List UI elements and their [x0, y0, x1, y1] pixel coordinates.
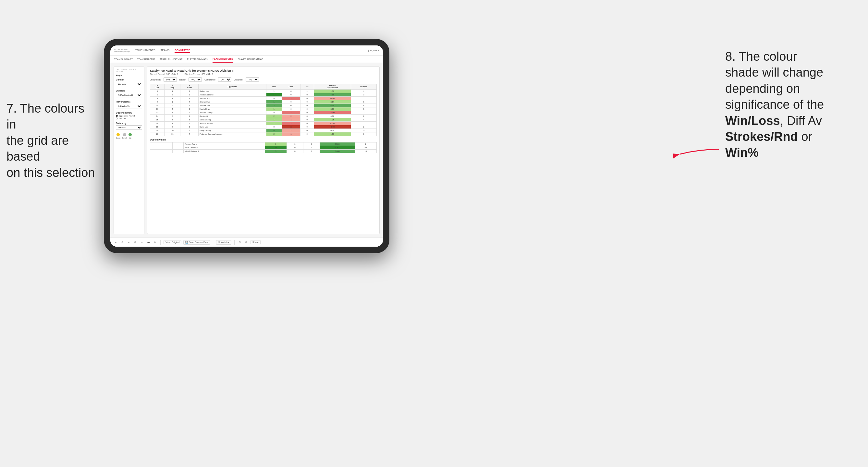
- sidebar-player-rank-label: Player (Rank): [116, 101, 142, 103]
- th-conf: #Conf: [180, 84, 198, 90]
- toolbar-view-original[interactable]: View: Original: [163, 240, 181, 244]
- legend-down: Down: [116, 133, 120, 139]
- bottom-toolbar: ↩ ↺ ↩ ⊞ ✂ ••• ⟳ View: Original 💾 Save Cu…: [110, 238, 383, 247]
- sub-nav-player-h2h-heatmap[interactable]: PLAYER H2H HEATMAP: [238, 56, 263, 63]
- radio-opponents-played[interactable]: Opponents Played: [116, 115, 142, 117]
- colour-by-select[interactable]: Win/loss: [116, 125, 142, 130]
- sub-nav-player-h2h-grid[interactable]: PLAYER H2H GRID: [213, 56, 233, 63]
- toolbar-icon2[interactable]: ⊞: [244, 241, 249, 244]
- out-of-division-row: NCAA Division 2 5 0 0 7.400 10: [150, 150, 377, 153]
- radio-dot-selected: [116, 115, 118, 117]
- sub-nav-player-summary[interactable]: PLAYER SUMMARY: [187, 56, 208, 63]
- th-reg: #Reg: [164, 84, 180, 90]
- table-row: 16 3 1 Jessica Mason 1 2 0 -0.94: [150, 122, 377, 125]
- tablet-screen: SCOREBOARD Powered by clippd TOURNAMENTS…: [110, 45, 383, 247]
- colour-by-label: Colour by: [116, 122, 142, 124]
- toolbar-grid[interactable]: ⊞: [133, 241, 137, 244]
- toolbar-watch[interactable]: 👁 Watch ▾: [216, 240, 231, 245]
- table-row: 14 7 4 Eunice Yi 2 2 0 0.38 9: [150, 115, 377, 118]
- filter-opponent: (All): [246, 77, 259, 82]
- nav-right: | Sign out: [368, 49, 379, 52]
- toolbar-cut[interactable]: ✂: [140, 241, 144, 244]
- filter-region: (All): [188, 77, 202, 82]
- sidebar-gender-label: Gender: [116, 79, 142, 81]
- nav-committee[interactable]: COMMITTEE: [175, 48, 190, 53]
- arrow-right: [673, 139, 722, 159]
- sub-nav-team-summary[interactable]: TEAM SUMMARY: [114, 56, 133, 63]
- table-row: 9 1 4 Sharon Mun 1 0 0 3.67 3: [150, 100, 377, 104]
- out-of-division-body: Foreign Team 1 0 0 4.500 2 NAIA Division…: [150, 143, 377, 153]
- filter-conference: (All): [218, 77, 231, 82]
- toolbar-refresh[interactable]: ⟳: [153, 241, 157, 244]
- toolbar-icon1[interactable]: ⊡: [238, 241, 242, 244]
- legend-level: Level: [122, 133, 127, 139]
- conference-select[interactable]: (All): [218, 77, 231, 82]
- app-logo: SCOREBOARD Powered by clippd: [114, 49, 130, 53]
- radio-top100[interactable]: Top 100: [116, 118, 142, 119]
- table-row: 5 2 2 Alexis Sudjianto 1 0 0 4.00 3: [150, 93, 377, 97]
- toolbar-more[interactable]: •••: [146, 241, 151, 244]
- toolbar-undo[interactable]: ↩: [114, 241, 118, 244]
- nav-teams[interactable]: TEAMS: [161, 48, 170, 53]
- sidebar-division-label: Division: [116, 90, 142, 92]
- right-content: Katelyn Vo Head-to-Head Grid for Women's…: [147, 66, 380, 234]
- th-opponent: Opponent: [198, 84, 267, 90]
- th-rounds: Rounds: [351, 84, 376, 90]
- sub-nav-team-h2h-heatmap[interactable]: TEAM H2H HEATMAP: [160, 56, 183, 63]
- annotation-left: 7. The colours in the grid are based on …: [6, 101, 97, 181]
- sidebar-player-rank-select[interactable]: 8. Katelyn Vo: [116, 104, 142, 108]
- toolbar-share[interactable]: Share: [250, 240, 260, 244]
- table-header-row: #Div #Reg #Conf Opponent Win Loss Tie Di…: [150, 84, 377, 90]
- toolbar-sep-2: [213, 240, 213, 245]
- grid-records: Overall Record: 353 - 34 - 6 Division Re…: [150, 73, 377, 75]
- filter-opponents: (All): [163, 77, 177, 82]
- opponent-select[interactable]: (All): [246, 77, 259, 82]
- th-div: #Div: [150, 84, 164, 90]
- table-row: 20 11 7 Federica Domecq Lacroze 2 1 0 1.…: [150, 132, 377, 136]
- toolbar-back[interactable]: ↩: [127, 241, 131, 244]
- table-row: 19 10 6 Emily Chang 4 1 0 0.30 11: [150, 129, 377, 132]
- table-row: 3 1 1 Esther Lee 1 0 1 1.50 4: [150, 90, 377, 93]
- table-row: 13 1 1 Jessica Huang 0 1 0 -3.00 2: [150, 111, 377, 115]
- table-row: 15 8 5 Stella Cheng 1 1 0 1.25 4: [150, 118, 377, 122]
- opponents-select[interactable]: (All): [163, 77, 177, 82]
- toolbar-redo[interactable]: ↺: [120, 241, 125, 244]
- legend-up: Up: [128, 133, 132, 139]
- filter-row: Opponents: (All) Region (All) Conference: [150, 77, 377, 82]
- toolbar-sep-3: [234, 240, 235, 245]
- region-select[interactable]: (All): [188, 77, 202, 82]
- out-of-division-row: NAIA Division 1 15 0 0 9.267 30: [150, 146, 377, 150]
- legend: Down Level Up: [116, 133, 142, 139]
- legend-dot-level: [123, 133, 126, 136]
- grid-title: Katelyn Vo Head-to-Head Grid for Women's…: [150, 69, 377, 72]
- table-body: 3 1 1 Esther Lee 1 0 1 1.50 4 5 2 2 Alex…: [150, 90, 377, 136]
- main-content: Last Updated: 27/03/2024 16:55:38 Player…: [110, 63, 383, 238]
- th-tie: Tie: [300, 84, 314, 90]
- sub-nav: TEAM SUMMARY TEAM H2H GRID TEAM H2H HEAT…: [110, 56, 383, 63]
- sub-nav-team-h2h-grid[interactable]: TEAM H2H GRID: [137, 56, 155, 63]
- overall-record: Overall Record: 353 - 34 - 6: [150, 73, 178, 75]
- legend-dot-up: [128, 133, 132, 136]
- sidebar-gender-select[interactable]: Women's: [116, 82, 142, 86]
- table-row: 18 2 2 Euna Lee 0 3 0 -5.00 2: [150, 125, 377, 129]
- table-row: 11 4 2 Heeju Hyun 1 0 0 3.33 3: [150, 107, 377, 111]
- out-of-division-table: Foreign Team 1 0 0 4.500 2 NAIA Division…: [150, 142, 377, 153]
- tablet-frame: SCOREBOARD Powered by clippd TOURNAMENTS…: [104, 39, 390, 253]
- toolbar-save-custom[interactable]: 💾 Save Custom View: [183, 240, 210, 245]
- opponent-view-label: Opponent view: [116, 112, 142, 114]
- sidebar-player-label: Player: [116, 74, 142, 76]
- table-row: 10 6 3 Andrea York 2 0 0 4.00 4: [150, 104, 377, 107]
- nav-items: TOURNAMENTS TEAMS COMMITTEE: [135, 48, 368, 53]
- table-row: 6 3 3 Sydney Kuo 0 1 0 -1.00: [150, 97, 377, 100]
- division-record: Division Record: 331 - 34 - 6: [184, 73, 213, 75]
- left-sidebar: Last Updated: 27/03/2024 16:55:38 Player…: [114, 66, 145, 234]
- th-diff: Diff AvStrokes/Rnd: [314, 84, 351, 90]
- grid-table: #Div #Reg #Conf Opponent Win Loss Tie Di…: [150, 84, 377, 136]
- out-of-division-row: Foreign Team 1 0 0 4.500 2: [150, 143, 377, 146]
- annotation-right: 8. The colour shade will change dependin…: [725, 49, 855, 161]
- sidebar-timestamp: Last Updated: 27/03/2024 16:55:38: [116, 68, 142, 72]
- nav-tournaments[interactable]: TOURNAMENTS: [135, 48, 155, 53]
- sidebar-division-select[interactable]: NCAA Division III: [116, 93, 142, 97]
- toolbar-sep-1: [160, 240, 161, 245]
- legend-dot-down: [117, 133, 120, 136]
